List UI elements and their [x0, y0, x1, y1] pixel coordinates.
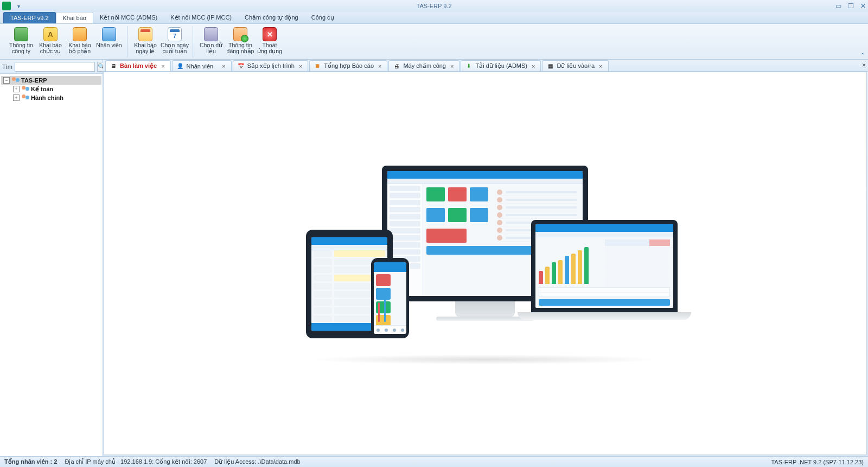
- select-data-label: Chọn dữ liệu: [200, 42, 222, 54]
- holiday-icon: [138, 27, 152, 41]
- position-button[interactable]: Khai báo chức vụ: [36, 26, 65, 58]
- expander-icon[interactable]: +: [13, 94, 20, 101]
- app-window: ▾ TAS-ERP 9.2 ▭ ❐ ✕ TAS-ERP v9.2 Khai bá…: [0, 0, 868, 467]
- tree-root[interactable]: − TAS-ERP: [1, 76, 101, 85]
- org-icon: [22, 94, 29, 101]
- tree-node-accounting[interactable]: + Kế toán: [1, 85, 101, 93]
- tab-close-icon[interactable]: ×: [221, 63, 226, 70]
- menu-adms[interactable]: Kết nối MCC (ADMS): [93, 12, 164, 23]
- tree-node-admin[interactable]: + Hành chính: [1, 93, 101, 102]
- tab-label: Máy chấm công: [403, 62, 446, 70]
- devices-illustration: [295, 166, 675, 361]
- holiday-label: Khai báo ngày lễ: [134, 42, 156, 54]
- expander-icon[interactable]: −: [3, 77, 10, 84]
- download-icon: ⬇: [465, 63, 472, 70]
- employee-label: Nhân viên: [96, 42, 122, 48]
- company-icon: [14, 27, 28, 41]
- ribbon-group-calendar: Khai báo ngày lễ Chọn ngày cuối tuần: [127, 26, 193, 58]
- tab-label: Tổng hợp Báo cáo: [324, 62, 374, 70]
- tab-label: Dữ liệu vào/ra: [557, 62, 595, 70]
- body: Tìm 🔍 ↻ − TAS-ERP + Kế toán: [0, 60, 868, 456]
- weekend-button[interactable]: Chọn ngày cuối tuần: [160, 26, 189, 58]
- search-input[interactable]: [15, 62, 95, 72]
- employee-icon: 👤: [177, 63, 183, 70]
- weekend-label: Chọn ngày cuối tuần: [161, 42, 189, 54]
- ribbon-group-declare: Thông tin công ty Khai báo chức vụ Khai …: [3, 26, 127, 58]
- document-tabs: 🖥 Bàn làm việc × 👤 Nhân viên × 📅 Sắp xếp…: [103, 60, 868, 72]
- tree-root-label: TAS-ERP: [21, 77, 47, 84]
- qat-dropdown-icon[interactable]: ▾: [17, 3, 20, 9]
- search-label: Tìm: [2, 64, 12, 70]
- login-info-button[interactable]: Thông tin đăng nhập: [226, 26, 255, 58]
- menu-khaibao[interactable]: Khai báo: [56, 12, 93, 23]
- minimize-button[interactable]: ▭: [835, 2, 841, 10]
- ribbon-group-system: Chọn dữ liệu Thông tin đăng nhập Thoát ứ…: [193, 26, 288, 58]
- tab-label: Sắp xếp lịch trình: [247, 62, 295, 70]
- calendar-icon: [168, 27, 182, 41]
- tab-employees[interactable]: 👤 Nhân viên ×: [172, 60, 232, 71]
- department-button[interactable]: Khai báo bộ phận: [65, 26, 94, 58]
- status-access-path: Dữ liệu Access: .\Data\data.mdb: [214, 458, 300, 465]
- workspace-icon: 🖥: [110, 63, 117, 70]
- database-icon: [204, 27, 218, 41]
- window-title: TAS-ERP 9.2: [416, 3, 451, 9]
- tab-close-icon[interactable]: ×: [160, 63, 165, 70]
- titlebar: ▾ TAS-ERP 9.2 ▭ ❐ ✕: [0, 0, 868, 12]
- menu-app[interactable]: TAS-ERP v9.2: [3, 12, 56, 23]
- expander-icon[interactable]: +: [13, 86, 20, 92]
- tree-node-label: Hành chính: [31, 94, 63, 101]
- tab-close-icon[interactable]: ×: [449, 63, 455, 70]
- status-total-employees: Tổng nhân viên : 2: [4, 458, 57, 465]
- status-version: TAS-ERP .NET 9.2 (SP7-11.12.23): [771, 459, 864, 465]
- report-icon: ≣: [314, 63, 321, 70]
- restore-button[interactable]: ❐: [848, 2, 854, 10]
- close-all-tabs-icon[interactable]: ×: [862, 61, 866, 69]
- app-logo-icon: [2, 2, 11, 10]
- org-icon: [22, 86, 29, 92]
- tab-download-adms[interactable]: ⬇ Tải dữ liệu (ADMS) ×: [461, 60, 541, 71]
- login-icon: [233, 27, 247, 41]
- position-icon: [43, 27, 58, 41]
- search-bar: Tìm 🔍 ↻: [0, 60, 103, 74]
- ribbon-collapse-icon[interactable]: ⌃: [860, 52, 865, 58]
- tab-close-icon[interactable]: ×: [598, 63, 603, 70]
- menu-auto-attendance[interactable]: Chấm công tự động: [238, 12, 305, 23]
- schedule-icon: 📅: [238, 63, 244, 70]
- tab-device[interactable]: 🖨 Máy chấm công ×: [388, 60, 459, 71]
- tab-inout[interactable]: ▦ Dữ liệu vào/ra ×: [542, 60, 608, 71]
- select-data-button[interactable]: Chọn dữ liệu: [196, 26, 226, 58]
- menu-ipmcc[interactable]: Kết nối MCC (IP MCC): [164, 12, 238, 23]
- laptop-mockup: [518, 220, 691, 334]
- holiday-button[interactable]: Khai báo ngày lễ: [131, 26, 160, 58]
- tab-schedule[interactable]: 📅 Sắp xếp lịch trình ×: [233, 60, 309, 71]
- tab-label: Nhân viên: [187, 63, 218, 70]
- org-icon: [12, 77, 20, 84]
- exit-label: Thoát ứng dụng: [257, 42, 282, 54]
- statusbar: Tổng nhân viên : 2 Địa chỉ IP máy chủ : …: [0, 456, 868, 467]
- tree-node-label: Kế toán: [31, 86, 53, 93]
- tab-close-icon[interactable]: ×: [298, 63, 303, 70]
- tab-label: Bàn làm việc: [120, 62, 157, 70]
- company-info-button[interactable]: Thông tin công ty: [7, 26, 36, 58]
- employee-button[interactable]: Nhân viên: [94, 26, 124, 58]
- tab-reports[interactable]: ≣ Tổng hợp Báo cáo ×: [309, 60, 387, 71]
- main-area: 🖥 Bàn làm việc × 👤 Nhân viên × 📅 Sắp xếp…: [103, 60, 868, 456]
- sidebar: Tìm 🔍 ↻ − TAS-ERP + Kế toán: [0, 60, 103, 456]
- close-button[interactable]: ✕: [860, 2, 866, 10]
- org-tree: − TAS-ERP + Kế toán + Hành chính: [0, 74, 103, 456]
- tab-workspace[interactable]: 🖥 Bàn làm việc ×: [105, 60, 171, 71]
- menu-tools[interactable]: Công cụ: [305, 12, 341, 23]
- tab-label: Tải dữ liệu (ADMS): [475, 62, 527, 70]
- employee-icon: [102, 27, 116, 41]
- department-label: Khai báo bộ phận: [68, 42, 91, 54]
- tab-close-icon[interactable]: ×: [531, 63, 536, 70]
- exit-button[interactable]: Thoát ứng dụng: [255, 26, 284, 58]
- phone-mockup: [371, 258, 409, 338]
- login-info-label: Thông tin đăng nhập: [227, 42, 254, 54]
- tab-close-icon[interactable]: ×: [377, 63, 382, 70]
- company-info-label: Thông tin công ty: [9, 42, 33, 54]
- position-label: Khai báo chức vụ: [39, 42, 61, 54]
- ribbon: Thông tin công ty Khai báo chức vụ Khai …: [0, 24, 868, 60]
- workspace-content: [103, 72, 867, 455]
- window-controls: ▭ ❐ ✕: [835, 2, 866, 10]
